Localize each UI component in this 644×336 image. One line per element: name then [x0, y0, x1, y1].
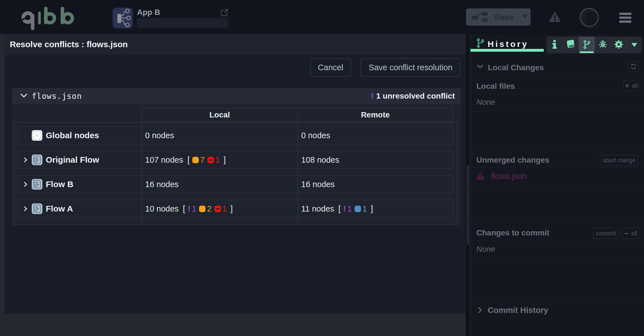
external-link-icon[interactable] [220, 8, 229, 18]
remote-node-count: 0 nodes [301, 131, 330, 140]
change-badges: [!11] [338, 204, 373, 214]
app-title: App B [137, 8, 160, 17]
menu-icon[interactable] [619, 13, 631, 23]
remote-node-count: 108 nodes [301, 155, 339, 165]
main-area: Resolve conflicts : flows.json Cancel Sa… [0, 33, 644, 336]
caret-down-icon [522, 15, 528, 20]
flow-icon [32, 179, 42, 190]
badge-bracket-open: [ [187, 155, 189, 165]
remote-node-count: 11 nodes [301, 204, 334, 214]
sidebar-header: History [471, 34, 644, 54]
app-subtitle-redacted [137, 18, 228, 28]
file-panel-header[interactable]: flows.json ! 1 unresolved conflict [12, 88, 461, 104]
change-badges: [!121] [183, 204, 233, 214]
file-conflict-panel: flows.json ! 1 unresolved conflict Local… [12, 88, 461, 225]
avatar[interactable] [580, 8, 599, 27]
row-name: Original Flow [46, 155, 99, 165]
row-name-cell[interactable]: Flow B [18, 176, 141, 193]
section-local-changes[interactable]: Local Changes [488, 63, 544, 72]
badge-bracket-close: ] [230, 204, 233, 214]
local-cell: 10 nodes[!121] [141, 200, 298, 217]
chevron-right-icon[interactable] [478, 307, 482, 315]
flow-icon [32, 203, 42, 214]
chevron-right-icon[interactable] [24, 157, 30, 163]
app-screen: App B Save [0, 0, 644, 336]
bug-icon [598, 40, 608, 50]
chevron-down-icon[interactable] [477, 64, 483, 70]
dialog-titlebar: Resolve conflicts : flows.json [4, 34, 466, 55]
info-icon [552, 40, 557, 50]
book-icon [566, 40, 576, 50]
deleted-badge-count: 1 [215, 155, 220, 165]
divider [471, 111, 644, 112]
remote-cell: 16 nodes [298, 176, 453, 193]
sidebar: History Local Changes [470, 34, 644, 336]
local-cell: 0 nodes [141, 127, 298, 144]
main-scrollbar-track[interactable] [466, 34, 470, 336]
local-cell: 107 nodes[71] [141, 151, 298, 169]
deploy-icon [472, 11, 488, 23]
conflict-exclamation-icon: ! [371, 91, 374, 101]
change-badges: [71] [187, 155, 226, 165]
cancel-button[interactable]: Cancel [310, 58, 351, 77]
local-node-count: 0 nodes [145, 131, 174, 140]
avatar-placeholder [586, 13, 599, 27]
unstage-all-button[interactable]: all [622, 228, 640, 239]
deploy-save-button[interactable]: Save [466, 8, 531, 26]
badge-bracket-close: ] [223, 155, 226, 165]
top-header-bar: App B Save [0, 0, 644, 33]
local-cell: 16 nodes [141, 176, 298, 193]
config-nodes-icon [32, 130, 42, 141]
qibb-logo[interactable] [21, 6, 74, 31]
section-local-files: Local files [476, 82, 515, 91]
sidebar-tab-info[interactable] [547, 37, 563, 53]
flow-icon [32, 155, 42, 165]
unstage-all-label: all [631, 230, 637, 237]
column-header-remote: Remote [298, 108, 453, 121]
deleted-badge-count: 1 [222, 204, 227, 214]
commit-button[interactable]: commit [593, 228, 619, 239]
divider [471, 167, 644, 167]
warning-icon [476, 172, 485, 181]
row-name: Flow A [46, 204, 73, 214]
section-commit-history[interactable]: Commit History [488, 306, 548, 315]
conflict-badge-icon: ! [188, 204, 191, 214]
remote-cell: 0 nodes [298, 127, 453, 144]
dialog-title: Resolve conflicts : flows.json [10, 40, 128, 49]
chevron-down-icon [20, 93, 28, 99]
changed-badge-count: 2 [207, 204, 211, 214]
sidebar-tab-dropdown[interactable] [627, 37, 642, 53]
divider [471, 223, 644, 223]
unmerged-file-row[interactable]: flows.json [476, 172, 527, 181]
app-icon[interactable] [113, 8, 133, 28]
chevron-right-icon[interactable] [24, 181, 30, 187]
warning-icon[interactable] [549, 11, 561, 24]
sidebar-tab-git-branch[interactable] [579, 37, 595, 53]
local-node-count: 16 nodes [145, 180, 179, 189]
deleted-badge-icon [207, 157, 214, 163]
chevron-right-icon[interactable] [24, 206, 30, 212]
main-scrollbar-thumb[interactable] [467, 165, 469, 245]
sidebar-tab-bug[interactable] [595, 37, 611, 53]
row-name-cell[interactable]: Flow A [18, 200, 141, 217]
divider [471, 240, 644, 240]
row-name-cell[interactable]: Original Flow [18, 151, 141, 169]
stage-all-button[interactable]: all [623, 80, 640, 91]
divider [471, 94, 644, 94]
conflict-badge-count: 1 [192, 204, 196, 214]
save-button-label: Save [494, 12, 514, 22]
workspace-background: Resolve conflicts : flows.json Cancel Sa… [0, 34, 466, 336]
git-branch-icon [476, 38, 484, 49]
sidebar-title-underline [471, 49, 544, 52]
stage-all-label: all [632, 82, 638, 89]
gear-icon [614, 40, 623, 50]
local-node-count: 107 nodes [145, 155, 183, 165]
sidebar-tab-book[interactable] [563, 37, 579, 53]
sidebar-tab-gear[interactable] [611, 37, 627, 53]
save-conflict-resolution-button[interactable]: Save conflict resolution [361, 58, 460, 77]
refresh-button[interactable] [628, 61, 639, 72]
abort-merge-button[interactable]: abort merge [600, 155, 638, 166]
badge-bracket-open: [ [183, 204, 185, 214]
menu-bar [619, 17, 631, 19]
table-row: Original Flow107 nodes[71]108 nodes [18, 151, 453, 169]
